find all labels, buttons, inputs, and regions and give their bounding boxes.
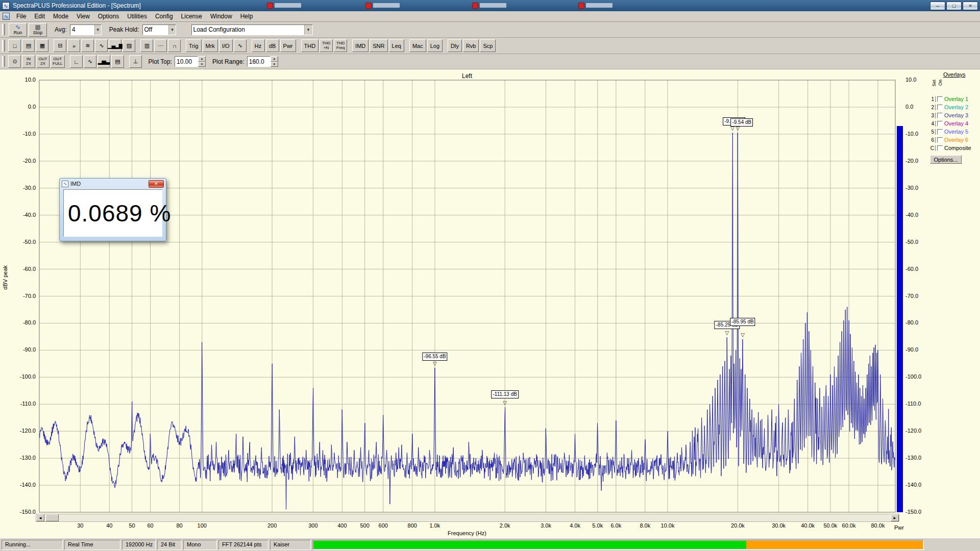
stop-button[interactable]: ▦ Stop <box>29 23 47 37</box>
plot-top-stepper-value[interactable] <box>175 56 198 67</box>
overlay-set-button[interactable]: 6 <box>930 137 936 143</box>
print-button[interactable]: ⊟ <box>54 39 66 52</box>
logging-button[interactable]: Log <box>427 39 443 52</box>
mixer-button[interactable]: ≋ <box>81 39 94 52</box>
db-units-button[interactable]: dB <box>266 39 279 52</box>
avg-select[interactable]: ▼ <box>70 24 102 35</box>
load-configuration-select[interactable]: ▼ <box>191 24 313 35</box>
scroll-right-button[interactable]: ► <box>891 514 899 521</box>
toolbar-grip[interactable] <box>2 40 5 52</box>
menu-item-help[interactable]: Help <box>236 12 257 21</box>
bar-plot-button[interactable]: ▂▅▃ <box>97 55 110 68</box>
thd-freq-button[interactable]: THDFreq <box>334 39 347 52</box>
scrollbar-track[interactable] <box>44 514 891 521</box>
plot-top-stepper-down[interactable]: ▼ <box>198 62 206 67</box>
plot-range-stepper-value[interactable] <box>247 56 271 67</box>
plot-range-stepper[interactable]: ▲▼ <box>247 56 278 67</box>
close-button[interactable]: × <box>963 2 978 10</box>
overlay-on-checkbox[interactable] <box>937 129 943 135</box>
menu-item-file[interactable]: File <box>12 12 30 21</box>
run-button[interactable]: ∿ Run <box>9 23 27 37</box>
menu-item-window[interactable]: Window <box>206 12 236 21</box>
chevron-down-icon[interactable]: ▼ <box>304 25 312 35</box>
overlay-set-button[interactable]: 5 <box>930 129 936 135</box>
minimize-button[interactable]: – <box>930 2 945 10</box>
zoom-out-full-button[interactable]: OUTFULL <box>51 55 65 68</box>
overlay-set-button[interactable]: 4 <box>930 121 936 127</box>
table-view-button[interactable]: ▥ <box>140 39 153 52</box>
imd-dialog[interactable]: ∿ IMD ✕ 0.0689 % <box>59 178 166 241</box>
chevron-down-icon[interactable]: ▼ <box>168 25 175 35</box>
phase-view-button[interactable]: ⋯ <box>154 39 167 52</box>
maximize-button[interactable]: □ <box>946 2 962 10</box>
overlay-on-checkbox[interactable] <box>937 113 943 118</box>
menu-item-mode[interactable]: Mode <box>49 12 72 21</box>
imd-dialog-close-icon[interactable]: ✕ <box>149 180 164 188</box>
zoom-out-2x-button[interactable]: OUT2X <box>36 55 50 68</box>
leq-button[interactable]: Leq <box>389 39 404 52</box>
menu-item-edit[interactable]: Edit <box>30 12 49 21</box>
spectrum-view-button[interactable]: ▁▄▂▆ <box>109 39 121 52</box>
menu-item-options[interactable]: Options <box>94 12 123 21</box>
chevron-down-icon[interactable]: ▼ <box>94 25 101 35</box>
plot-horizontal-scrollbar[interactable]: ◄ ► <box>36 514 899 522</box>
overlay-on-checkbox[interactable] <box>937 137 943 143</box>
overlay-on-checkbox[interactable] <box>937 105 943 110</box>
menu-item-view[interactable]: View <box>72 12 94 21</box>
save-button[interactable]: ▦ <box>36 39 48 52</box>
plot-top-stepper[interactable]: ▲▼ <box>175 56 206 67</box>
marker-label[interactable]: -96.55 dB <box>422 353 447 361</box>
plot-top-stepper-up[interactable]: ▲ <box>198 56 206 62</box>
menu-item-license[interactable]: License <box>177 12 206 21</box>
scroll-left-button[interactable]: ◄ <box>36 514 44 521</box>
axes-button[interactable]: ∟ <box>70 55 83 68</box>
peak-hold-select[interactable]: ▼ <box>142 24 176 35</box>
fast-forward-button[interactable]: » <box>67 39 80 52</box>
line-plot-button[interactable]: ∿ <box>84 55 96 68</box>
overlay-set-button[interactable]: C <box>930 145 936 151</box>
marker-line-button[interactable]: ⊥ <box>129 55 142 68</box>
plot-range-stepper-up[interactable]: ▲ <box>271 56 278 62</box>
imd-dialog-titlebar[interactable]: ∿ IMD ✕ <box>60 179 166 189</box>
delay-button[interactable]: Dly <box>448 39 462 52</box>
snr-button[interactable]: SNR <box>370 39 387 52</box>
load-configuration-value[interactable] <box>192 25 304 35</box>
plot-range-stepper-down[interactable]: ▼ <box>271 62 278 67</box>
scope-button[interactable]: Scp <box>480 39 496 52</box>
overlay-on-checkbox[interactable] <box>937 121 943 127</box>
spectrogram-view-button[interactable]: ▨ <box>122 39 135 52</box>
zoom-in-2x-button[interactable]: IN2X <box>22 55 35 68</box>
markers-button[interactable]: Mrk <box>203 39 218 52</box>
mdi-child-icon[interactable]: ∿ <box>3 13 10 20</box>
trigger-button[interactable]: Trig <box>186 39 202 52</box>
overlays-options-button[interactable]: Options... <box>930 155 962 164</box>
marker-label[interactable]: -85.95 dB <box>730 318 755 326</box>
hz-units-button[interactable]: Hz <box>252 39 265 52</box>
reverb-button[interactable]: Rvb <box>463 39 479 52</box>
title-bar[interactable]: ∿ SpectraPLUS Professional Edition - [Sp… <box>0 0 980 11</box>
zoom-button[interactable]: ⊙ <box>8 55 21 68</box>
overlay-set-button[interactable]: 1 <box>930 96 936 102</box>
avg-value[interactable] <box>70 25 94 35</box>
signal-generator-button[interactable]: ∿ <box>234 39 247 52</box>
imd-button[interactable]: IMD <box>352 39 369 52</box>
distribution-view-button[interactable]: ∩ <box>168 39 181 52</box>
overlay-set-button[interactable]: 3 <box>930 113 936 118</box>
macro-button[interactable]: Mac <box>409 39 426 52</box>
grid-toggle-button[interactable]: ▤ <box>111 55 124 68</box>
open-button[interactable]: ▤ <box>22 39 35 52</box>
menu-item-config[interactable]: Config <box>151 12 177 21</box>
toolbar-grip[interactable] <box>2 24 5 35</box>
io-button[interactable]: I/O <box>219 39 233 52</box>
thd-button[interactable]: THD <box>301 39 319 52</box>
overlay-on-checkbox[interactable] <box>937 145 943 151</box>
overlay-set-button[interactable]: 2 <box>930 105 936 110</box>
thd-plus-n-button[interactable]: THD+N <box>320 39 333 52</box>
toolbar-grip[interactable] <box>2 56 5 67</box>
power-units-button[interactable]: Pwr <box>280 39 296 52</box>
marker-label[interactable]: -9.54 dB <box>730 118 753 127</box>
time-series-button[interactable]: ∿ <box>95 39 108 52</box>
menu-item-utilities[interactable]: Utilities <box>123 12 151 21</box>
overlay-on-checkbox[interactable] <box>937 96 943 102</box>
marker-label[interactable]: -111.13 dB <box>491 390 518 398</box>
